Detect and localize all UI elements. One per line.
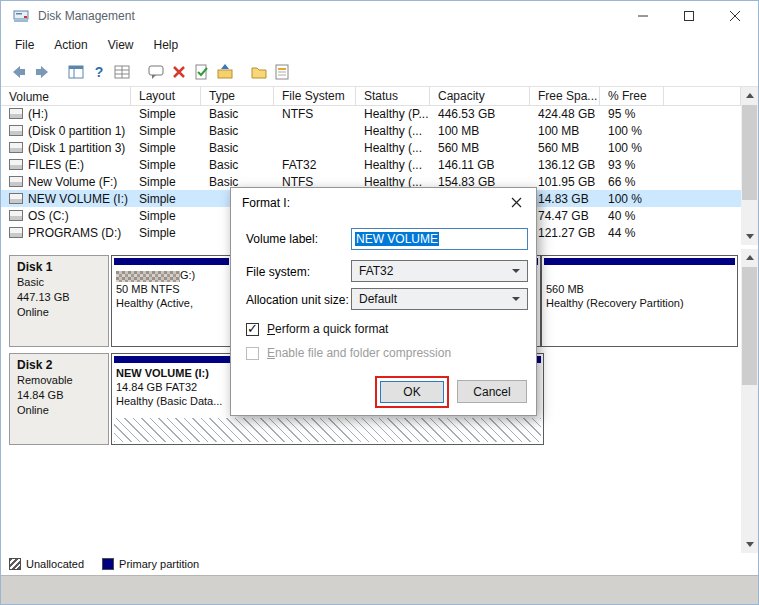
forward-button[interactable] [30, 61, 53, 84]
selection-hatch-pattern [114, 418, 541, 442]
column-pct-free[interactable]: % Free [600, 87, 664, 105]
window-title: Disk Management [38, 9, 135, 23]
scrollbar-thumb[interactable] [742, 105, 757, 200]
column-status[interactable]: Status [356, 87, 430, 105]
drive-icon [9, 210, 23, 221]
disk-management-window: Disk Management File Action View Help [0, 0, 759, 605]
volume-label-input[interactable]: NEW VOLUME [351, 228, 528, 250]
cell-file-system: NTFS [274, 107, 356, 121]
disk-pane-scrollbar[interactable] [741, 249, 758, 553]
disk-2-info[interactable]: Disk 2 Removable 14.84 GB Online [9, 353, 109, 445]
disk-name: Disk 2 [17, 358, 101, 373]
dialog-close-button[interactable] [496, 188, 536, 216]
cancel-button[interactable]: Cancel [457, 380, 527, 403]
drive-icon [9, 159, 23, 170]
close-icon [729, 10, 741, 22]
volume-row[interactable]: (Disk 1 partition 3) Simple Basic Health… [1, 139, 741, 156]
close-button[interactable] [712, 1, 758, 31]
cell-type: Basic [201, 107, 274, 121]
cell-layout: Simple [131, 175, 201, 189]
cell-free-space: 136.12 GB [530, 158, 600, 172]
disk-status: Online [17, 305, 101, 320]
volume-row[interactable]: FILES (E:) Simple Basic FAT32 Healthy (.… [1, 156, 741, 173]
cell-volume: (Disk 1 partition 3) [1, 141, 131, 155]
disk-status: Online [17, 403, 101, 418]
back-icon [10, 63, 28, 81]
drive-icon [9, 142, 23, 153]
properties-button[interactable] [270, 61, 293, 84]
cell-type: Basic [201, 141, 274, 155]
file-system-select[interactable]: FAT32 [351, 260, 528, 282]
disk-kind: Removable [17, 373, 101, 388]
column-free-space[interactable]: Free Spa... [530, 87, 600, 105]
drive-icon [9, 125, 23, 136]
cell-layout: Simple [131, 226, 201, 240]
cell-free-space: 121.27 GB [530, 226, 600, 240]
maximize-button[interactable] [666, 1, 712, 31]
scroll-up-icon[interactable] [741, 87, 758, 104]
allocation-unit-select[interactable]: Default [351, 288, 528, 310]
check-document-button[interactable] [190, 61, 213, 84]
cell-layout: Simple [131, 107, 201, 121]
column-volume[interactable]: Volume [1, 87, 131, 105]
blurred-label [116, 271, 180, 282]
quick-format-row: Perform a quick format [246, 322, 388, 336]
scrollbar-thumb[interactable] [742, 267, 757, 385]
open-folder-button[interactable] [247, 61, 270, 84]
status-button[interactable] [144, 61, 167, 84]
menu-action[interactable]: Action [44, 31, 97, 58]
volume-list-scrollbar[interactable] [741, 87, 758, 245]
cell-pct-free: 100 % [600, 192, 664, 206]
compression-checkbox[interactable] [246, 347, 259, 360]
quick-format-checkbox[interactable] [246, 323, 259, 336]
cell-volume: (Disk 0 partition 1) [1, 124, 131, 138]
cell-free-space: 100 MB [530, 124, 600, 138]
partition-system[interactable]: G:) 50 MB NTFS Healthy (Active, [111, 255, 232, 347]
cell-volume: OS (C:) [1, 209, 131, 223]
action-pane-button[interactable] [110, 61, 133, 84]
back-button[interactable] [7, 61, 30, 84]
window-controls [620, 1, 758, 31]
menu-file[interactable]: File [5, 31, 44, 58]
volume-row[interactable]: (Disk 0 partition 1) Simple Basic Health… [1, 122, 741, 139]
column-layout[interactable]: Layout [131, 87, 201, 105]
help-icon: ? [90, 63, 108, 81]
cell-pct-free: 100 % [600, 124, 664, 138]
disk-kind: Basic [17, 275, 101, 290]
close-icon [511, 197, 522, 208]
volume-label-label: Volume label: [246, 232, 318, 246]
help-button[interactable]: ? [87, 61, 110, 84]
menu-help[interactable]: Help [144, 31, 189, 58]
scroll-down-icon[interactable] [741, 536, 758, 553]
ok-button[interactable]: OK [380, 381, 444, 403]
cell-volume: PROGRAMS (D:) [1, 226, 131, 240]
partition-size: 50 MB NTFS [114, 282, 229, 296]
cell-pct-free: 40 % [600, 209, 664, 223]
disk-1-info[interactable]: Disk 1 Basic 447.13 GB Online [9, 255, 109, 347]
delete-volume-icon [170, 63, 188, 81]
volume-row[interactable]: (H:) Simple Basic NTFS Healthy (P... 446… [1, 105, 741, 122]
forward-icon [33, 63, 51, 81]
partition-recovery[interactable]: 560 MB Healthy (Recovery Partition) [541, 255, 738, 347]
console-tree-button[interactable] [64, 61, 87, 84]
window-bottom-strip [1, 575, 758, 604]
column-capacity[interactable]: Capacity [430, 87, 530, 105]
unallocated-swatch [9, 558, 21, 570]
menu-view[interactable]: View [98, 31, 144, 58]
cell-capacity: 446.53 GB [430, 107, 530, 121]
chevron-down-icon [512, 297, 520, 301]
properties-icon [273, 63, 291, 81]
scroll-down-icon[interactable] [741, 228, 758, 245]
volume-up-button[interactable] [213, 61, 236, 84]
cell-volume: (H:) [1, 107, 131, 121]
cell-volume: New Volume (F:) [1, 175, 131, 189]
delete-volume-button[interactable] [167, 61, 190, 84]
scroll-up-icon[interactable] [741, 249, 758, 266]
column-file-system[interactable]: File System [274, 87, 356, 105]
minimize-button[interactable] [620, 1, 666, 31]
primary-partition-stripe [544, 258, 735, 265]
column-type[interactable]: Type [201, 87, 274, 105]
disk-size: 447.13 GB [17, 290, 101, 305]
titlebar: Disk Management [1, 1, 758, 31]
allocation-unit-label: Allocation unit size: [246, 293, 349, 307]
